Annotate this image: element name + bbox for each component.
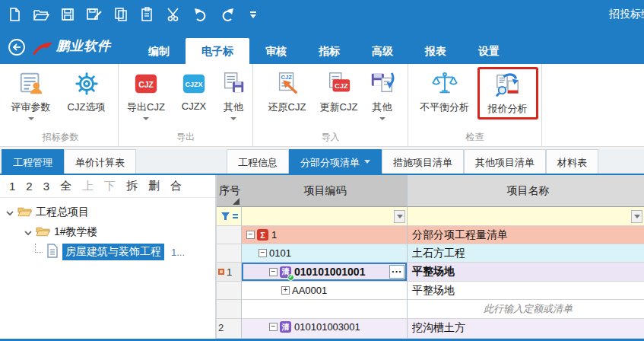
row-code-cell[interactable] [242, 300, 408, 319]
cjz-options-button[interactable]: CJZ选项 [57, 68, 116, 114]
row-code-cell[interactable]: ✓ 010101001001 [242, 263, 408, 282]
quote-analysis-button[interactable]: 报价分析 [481, 69, 535, 116]
brand-name: 鹏业软件 [56, 37, 111, 55]
merge-button[interactable]: 合 [170, 179, 182, 193]
row-code-cell[interactable]: 010101003001 [242, 319, 408, 339]
selection-fill-handle[interactable] [404, 279, 408, 282]
ellipsis-button[interactable] [389, 265, 404, 279]
review-params-button[interactable]: 评审参数 [5, 68, 57, 120]
tree-item-project-root[interactable]: 工程总项目 [0, 202, 215, 222]
filter-dropdown-icon[interactable] [631, 210, 642, 223]
item-name: 平整场地 [412, 265, 455, 279]
new-document-icon[interactable] [6, 6, 23, 23]
filter-dropdown-icon[interactable] [394, 210, 405, 223]
collapse-icon[interactable] [246, 231, 255, 239]
expand-level-1-button[interactable]: 1 [9, 180, 15, 193]
row-seq: 1 [227, 266, 232, 278]
row-name-cell[interactable]: 分部分项工程量清单 [408, 226, 644, 244]
table-row: 1 分部分项工程量清单 [217, 226, 644, 244]
back-button[interactable] [8, 38, 26, 56]
open-folder-icon [17, 206, 32, 220]
row-seq-cell[interactable] [217, 226, 242, 244]
expand-level-2-button[interactable]: 2 [26, 180, 32, 193]
redo-icon[interactable] [219, 6, 236, 23]
expand-icon[interactable] [281, 286, 290, 295]
corner-select-icon[interactable] [233, 198, 240, 205]
row-seq-cell[interactable] [217, 244, 242, 263]
open-file-icon[interactable] [33, 6, 49, 23]
export-other-button[interactable]: 其他 [216, 68, 251, 120]
paste-icon[interactable] [139, 6, 156, 23]
copy-icon[interactable] [113, 6, 129, 23]
tab-report[interactable]: 报表 [409, 38, 462, 64]
row-code-cell[interactable]: 1 [242, 226, 408, 244]
tab-other-items[interactable]: 其他项目清单 [464, 149, 546, 174]
ribbon-group-check: 不平衡分析 报价分析 检查 [408, 64, 542, 146]
collapse-icon[interactable] [269, 268, 278, 276]
window-title: 招投标编 [609, 8, 644, 21]
save-as-icon[interactable] [86, 6, 103, 23]
update-cjz-button[interactable]: CJZ 更新CJZ [313, 68, 365, 114]
row-name-cell[interactable]: 挖沟槽土方 [408, 319, 644, 339]
tab-project-management[interactable]: 工程管理 [2, 149, 64, 174]
toolbar-options-icon[interactable] [250, 11, 256, 18]
tab-compile[interactable]: 编制 [132, 38, 186, 64]
tree-toolbar: 1 2 3 全 上 下 拆 删 合 [0, 175, 215, 198]
tab-boq[interactable]: 分部分项清单 [289, 149, 382, 174]
restore-cjz-button[interactable]: CJZ 还原CJZ [262, 68, 313, 114]
tree-item-label: 房屋建筑与装饰工程 [62, 244, 164, 260]
column-header-name[interactable]: 项目名称 [408, 175, 644, 207]
tab-project-info[interactable]: 工程信息 [227, 149, 289, 174]
table-row-selected: 1 ✓ 010101001001 平整场地 [217, 263, 644, 282]
tab-review[interactable]: 审核 [249, 38, 303, 64]
input-hint-text: 此行输入定额或清单 [484, 302, 573, 316]
row-name-cell[interactable]: 土石方工程 [408, 244, 644, 263]
row-name-cell[interactable]: 此行输入定额或清单 [408, 300, 644, 319]
save-icon[interactable] [59, 6, 76, 23]
expand-level-3-button[interactable]: 3 [43, 180, 49, 193]
filter-cell-code[interactable] [242, 207, 408, 226]
unbalance-analysis-button[interactable]: 不平衡分析 [412, 68, 477, 114]
tree-item-building-1[interactable]: 1#教学楼 [0, 222, 215, 242]
document-magnifier-arrow-icon [495, 71, 521, 100]
expand-all-button[interactable]: 全 [60, 179, 71, 193]
delete-button[interactable]: 删 [148, 179, 160, 193]
item-code: 1 [271, 229, 277, 241]
tab-unit-price-table[interactable]: 单价计算表 [64, 149, 136, 174]
undo-icon[interactable] [192, 6, 209, 23]
row-seq-cell[interactable]: 1 [217, 263, 242, 282]
chevron-down-icon[interactable] [6, 206, 14, 218]
grid-header-row: 序号 项目编码 项目名称 [217, 175, 644, 207]
import-other-button[interactable]: 其他 [365, 68, 400, 120]
tab-e-bid[interactable]: 电子标 [186, 38, 249, 64]
collapse-icon[interactable] [259, 249, 267, 257]
tab-measure-items[interactable]: 措施项目清单 [382, 149, 464, 174]
tab-materials[interactable]: 材料表 [546, 149, 598, 174]
row-name-cell[interactable]: 平整场地 [408, 263, 644, 282]
column-header-seq[interactable]: 序号 [217, 175, 242, 207]
row-code-cell[interactable]: AA0001 [242, 282, 408, 300]
cjzx-blue-badge-icon: CJZX [181, 69, 207, 98]
move-down-button[interactable]: 下 [104, 179, 116, 193]
row-code-cell[interactable]: 0101 [242, 244, 408, 263]
filter-cell-seq[interactable] [217, 207, 242, 226]
chevron-down-icon[interactable] [24, 226, 32, 238]
row-seq-cell[interactable] [217, 282, 242, 300]
row-seq-cell[interactable]: 2 [217, 319, 242, 339]
row-seq-cell[interactable] [217, 300, 242, 319]
tree-item-housing-decoration[interactable]: 房屋建筑与装饰工程 1... [0, 242, 215, 262]
collapse-icon[interactable] [269, 323, 278, 331]
column-header-code[interactable]: 项目编码 [242, 175, 408, 207]
filter-cell-name[interactable] [408, 207, 644, 226]
export-cjz-button[interactable]: CJZ 导出CJZ [120, 68, 172, 120]
cjzx-button[interactable]: CJZX CJZX [172, 68, 216, 112]
row-name-cell[interactable]: 平整场地 [408, 282, 644, 300]
move-up-button[interactable]: 上 [82, 179, 94, 193]
cut-icon[interactable] [166, 6, 182, 23]
split-button[interactable]: 拆 [126, 179, 138, 193]
tab-settings[interactable]: 设置 [462, 38, 516, 64]
tab-indicator[interactable]: 指标 [303, 38, 356, 64]
dropdown-arrow-icon [28, 117, 34, 120]
table-row: AA0001 平整场地 [217, 282, 644, 300]
tab-advanced[interactable]: 高级 [356, 38, 409, 64]
